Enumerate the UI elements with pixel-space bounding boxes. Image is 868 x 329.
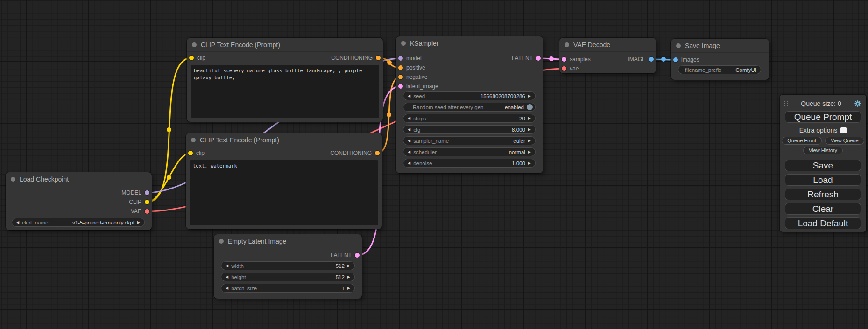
widget-value: 8.000: [512, 127, 525, 133]
node-title-bar[interactable]: Empty Latent Image: [214, 234, 362, 248]
increment-arrow-icon[interactable]: ▶: [528, 150, 531, 154]
load-default-button[interactable]: Load Default: [785, 217, 861, 229]
output-dot-latent[interactable]: [355, 253, 360, 258]
input-dot-images[interactable]: [673, 57, 678, 62]
widget-label: cfg: [413, 127, 420, 133]
widget-filename-prefix[interactable]: filename_prefix ComfyUI: [678, 65, 761, 74]
widget-random-seed-toggle[interactable]: Random seed after every gen enabled: [403, 103, 536, 112]
queue-front-button[interactable]: Queue Front: [782, 137, 822, 145]
node-load-checkpoint[interactable]: Load Checkpoint MODEL CLIP VAE ◀ ckpt_na…: [6, 172, 152, 230]
node-status-dot-icon[interactable]: [565, 42, 569, 47]
node-status-dot-icon[interactable]: [219, 239, 224, 244]
input-dot-latent-image[interactable]: [398, 84, 403, 89]
link-dot-icon[interactable]: [661, 57, 666, 62]
wire-clip-to-negative-prompt[interactable]: [147, 153, 191, 202]
increment-arrow-icon[interactable]: ▶: [528, 94, 531, 98]
output-dot-image[interactable]: [649, 57, 654, 62]
input-dot-vae[interactable]: [562, 66, 566, 71]
decrement-arrow-icon[interactable]: ◀: [226, 275, 228, 279]
node-title-bar[interactable]: VAE Decode: [559, 38, 656, 52]
input-dot-positive[interactable]: [398, 65, 403, 70]
node-title-bar[interactable]: Save Image: [671, 39, 769, 53]
increment-arrow-icon[interactable]: ▶: [528, 128, 531, 132]
decrement-arrow-icon[interactable]: ◀: [408, 150, 410, 154]
node-title-bar[interactable]: KSampler: [396, 36, 543, 50]
increment-arrow-icon[interactable]: ▶: [528, 117, 531, 120]
settings-gear-icon[interactable]: [854, 100, 861, 107]
decrement-arrow-icon[interactable]: ◀: [408, 128, 410, 132]
node-status-dot-icon[interactable]: [676, 43, 681, 48]
node-title-bar[interactable]: CLIP Text Encode (Prompt): [187, 38, 383, 52]
widget-cfg[interactable]: ◀ cfg 8.000 ▶: [403, 125, 536, 134]
widget-batch-size[interactable]: ◀ batch_size 1 ▶: [221, 284, 355, 293]
increment-arrow-icon[interactable]: ▶: [347, 264, 350, 268]
increment-arrow-icon[interactable]: ▶: [137, 221, 140, 224]
link-dot-icon[interactable]: [387, 60, 392, 65]
input-dot-samples[interactable]: [562, 57, 566, 62]
link-dot-icon[interactable]: [167, 127, 171, 132]
link-dot-icon[interactable]: [549, 56, 554, 61]
decrement-arrow-icon[interactable]: ◀: [408, 94, 410, 98]
workflow-canvas[interactable]: Load Checkpoint MODEL CLIP VAE ◀ ckpt_na…: [0, 0, 868, 329]
widget-width[interactable]: ◀ width 512 ▶: [221, 261, 355, 270]
output-dot-model[interactable]: [145, 190, 149, 195]
input-dot-model[interactable]: [398, 56, 403, 61]
input-slot-vae: vae: [562, 64, 579, 73]
output-dot-vae[interactable]: [145, 209, 149, 214]
decrement-arrow-icon[interactable]: ◀: [408, 161, 410, 165]
node-save-image[interactable]: Save Image images filename_prefix ComfyU…: [671, 39, 769, 80]
widget-seed[interactable]: ◀ seed 156680208700286 ▶: [403, 91, 536, 100]
node-status-dot-icon[interactable]: [192, 42, 197, 47]
slot-label: negative: [406, 74, 427, 80]
increment-arrow-icon[interactable]: ▶: [528, 139, 531, 143]
widget-label: denoise: [413, 161, 432, 166]
view-history-button[interactable]: View History: [803, 147, 843, 154]
extra-options-checkbox[interactable]: [840, 127, 847, 133]
node-status-dot-icon[interactable]: [401, 41, 406, 46]
queue-prompt-button[interactable]: Queue Prompt: [785, 111, 861, 123]
toggle-knob-icon[interactable]: [527, 104, 533, 110]
widget-denoise[interactable]: ◀ denoise 1.000 ▶: [403, 159, 536, 168]
prompt-text-input[interactable]: beautiful scenery nature glass bottle la…: [191, 65, 379, 118]
node-ksampler[interactable]: KSampler model positive negative latent_…: [396, 36, 543, 173]
link-dot-icon[interactable]: [387, 112, 391, 117]
node-clip-text-encode-positive[interactable]: CLIP Text Encode (Prompt) clip CONDITION…: [187, 38, 383, 122]
input-dot-negative[interactable]: [398, 75, 403, 79]
widget-scheduler[interactable]: ◀ scheduler normal ▶: [403, 147, 536, 156]
decrement-arrow-icon[interactable]: ◀: [408, 139, 410, 143]
decrement-arrow-icon[interactable]: ◀: [16, 221, 19, 224]
decrement-arrow-icon[interactable]: ◀: [408, 117, 410, 120]
view-queue-button[interactable]: View Queue: [825, 137, 864, 145]
panel-drag-handle-icon[interactable]: [784, 101, 788, 107]
link-dot-icon[interactable]: [167, 175, 171, 180]
node-vae-decode[interactable]: VAE Decode samples vae IMAGE: [559, 38, 656, 73]
wire-clip-to-positive-prompt[interactable]: [147, 58, 191, 202]
node-status-dot-icon[interactable]: [11, 177, 15, 182]
increment-arrow-icon[interactable]: ▶: [347, 287, 350, 290]
prompt-text-input[interactable]: text, watermark: [190, 160, 378, 225]
decrement-arrow-icon[interactable]: ◀: [226, 264, 228, 268]
decrement-arrow-icon[interactable]: ◀: [226, 287, 228, 290]
output-dot-conditioning[interactable]: [375, 151, 380, 155]
load-button[interactable]: Load: [785, 174, 861, 186]
node-title-bar[interactable]: CLIP Text Encode (Prompt): [186, 133, 382, 147]
output-dot-clip[interactable]: [145, 200, 149, 204]
widget-ckpt-name[interactable]: ◀ ckpt_name v1-5-pruned-emaonly.ckpt ▶: [12, 218, 145, 227]
node-empty-latent-image[interactable]: Empty Latent Image LATENT ◀ width 512 ▶ …: [214, 234, 362, 299]
increment-arrow-icon[interactable]: ▶: [347, 275, 350, 279]
input-dot-clip[interactable]: [189, 56, 194, 60]
node-status-dot-icon[interactable]: [191, 138, 196, 142]
clear-button[interactable]: Clear: [785, 203, 861, 215]
widget-height[interactable]: ◀ height 512 ▶: [221, 273, 355, 281]
output-dot-latent[interactable]: [536, 56, 541, 61]
widget-steps[interactable]: ◀ steps 20 ▶: [403, 114, 536, 123]
output-dot-conditioning[interactable]: [376, 56, 381, 60]
node-title: CLIP Text Encode (Prompt): [201, 41, 280, 49]
input-dot-clip[interactable]: [188, 151, 193, 155]
increment-arrow-icon[interactable]: ▶: [528, 161, 531, 165]
node-clip-text-encode-negative[interactable]: CLIP Text Encode (Prompt) clip CONDITION…: [186, 133, 382, 229]
widget-sampler-name[interactable]: ◀ sampler_name euler ▶: [403, 136, 536, 145]
save-button[interactable]: Save: [785, 160, 861, 171]
refresh-button[interactable]: Refresh: [785, 189, 861, 200]
node-title-bar[interactable]: Load Checkpoint: [6, 172, 152, 186]
